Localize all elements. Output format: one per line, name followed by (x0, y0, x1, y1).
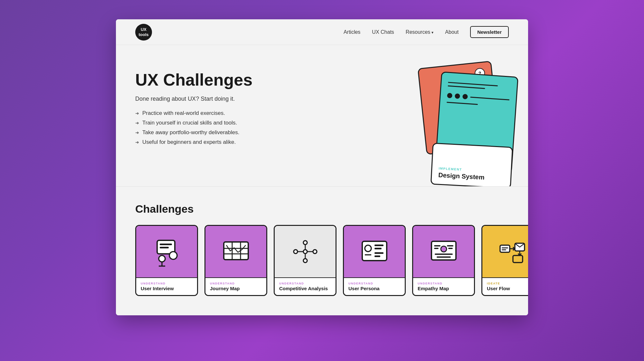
card-info-empathy-map: UNDERSTAND Empathy Map (413, 277, 474, 295)
arrow-icon-2: ➜ (135, 120, 139, 125)
card-category-empathy-map: UNDERSTAND (418, 282, 469, 285)
card-illustration-journey-map (205, 226, 266, 277)
nav-articles[interactable]: Articles (344, 29, 360, 35)
challenges-section: Challenges UNDERSTAND (116, 187, 528, 315)
svg-rect-36 (500, 245, 510, 252)
card-user-persona[interactable]: UNDERSTAND User Persona (343, 225, 406, 296)
challenges-title: Challenges (135, 203, 509, 215)
svg-rect-33 (448, 248, 453, 249)
user-interview-icon (151, 236, 183, 268)
arrow-icon-1: ➜ (135, 111, 139, 116)
svg-point-15 (303, 241, 307, 245)
logo-line1: UX (141, 27, 147, 32)
hero-section: UX Challenges Done reading about UX? Sta… (116, 45, 528, 187)
svg-rect-25 (374, 248, 382, 249)
svg-rect-31 (434, 248, 439, 249)
hero-bullet-2: ➜ Train yourself in crucial skills and t… (135, 120, 252, 126)
hero-text: UX Challenges Done reading about UX? Sta… (135, 64, 252, 145)
card-user-flow[interactable]: IDEATE User Flow (481, 225, 528, 296)
chevron-down-icon (431, 29, 433, 35)
card-illustration-user-interview (136, 226, 197, 277)
card-journey-map[interactable]: UNDERSTAND Journey Map (204, 225, 267, 296)
card-illustration-empathy-map (413, 226, 474, 277)
nav-resources[interactable]: Resources (406, 29, 433, 35)
svg-rect-34 (435, 254, 453, 255)
card-category-user-flow: IDEATE (487, 282, 528, 285)
hero-illustration: ? 👍 (406, 51, 515, 187)
svg-rect-26 (374, 252, 384, 254)
svg-point-4 (159, 255, 165, 262)
card-user-interview[interactable]: UNDERSTAND User Interview (135, 225, 198, 296)
card-illustration-competitive-analysis (275, 226, 336, 277)
page-wrapper: UX tools Articles UX Chats Resources Abo… (116, 19, 528, 315)
navbar: UX tools Articles UX Chats Resources Abo… (116, 19, 528, 45)
card-name-user-persona: User Persona (348, 286, 400, 291)
svg-point-14 (313, 250, 317, 254)
hero-subtitle: Done reading about UX? Start doing it. (135, 96, 252, 102)
card-info-competitive-analysis: UNDERSTAND Competitive Analysis (275, 277, 336, 295)
svg-rect-37 (502, 247, 508, 248)
card-category-user-interview: UNDERSTAND (141, 282, 193, 285)
svg-rect-24 (374, 245, 384, 246)
card-info-user-flow: IDEATE User Flow (482, 277, 528, 295)
card-info-user-persona: UNDERSTAND User Persona (344, 277, 405, 295)
card-name-competitive-analysis: Competitive Analysis (279, 286, 331, 291)
svg-rect-35 (437, 256, 451, 258)
svg-point-3 (169, 252, 177, 259)
svg-rect-27 (374, 255, 380, 257)
user-persona-icon (358, 236, 391, 268)
hero-bullet-3: ➜ Take away portfolio-worthy deliverable… (135, 129, 252, 136)
card-info-journey-map: UNDERSTAND Journey Map (205, 277, 266, 295)
card-name-user-flow: User Flow (487, 286, 528, 291)
card-category-journey-map: UNDERSTAND (210, 282, 262, 285)
user-flow-icon (497, 236, 528, 268)
hero-title: UX Challenges (135, 71, 252, 89)
hero-bullet-4: ➜ Useful for beginners and experts alike… (135, 139, 252, 145)
card-competitive-analysis[interactable]: UNDERSTAND Competitive Analysis (274, 225, 336, 296)
svg-point-16 (303, 259, 307, 263)
svg-point-12 (303, 250, 307, 254)
hero-bullet-list: ➜ Practice with real-world exercises. ➜ … (135, 110, 252, 145)
newsletter-button[interactable]: Newsletter (470, 26, 509, 38)
nav-ux-chats[interactable]: UX Chats (372, 29, 394, 35)
svg-rect-30 (434, 245, 440, 246)
card-name-empathy-map: Empathy Map (418, 286, 469, 291)
arrow-icon-3: ➜ (135, 130, 139, 135)
arrow-icon-4: ➜ (135, 140, 139, 145)
logo[interactable]: UX tools (135, 24, 152, 41)
card-info-user-interview: UNDERSTAND User Interview (136, 277, 197, 295)
svg-rect-2 (160, 247, 169, 248)
svg-rect-1 (160, 244, 172, 245)
card-empathy-map[interactable]: UNDERSTAND Empathy Map (412, 225, 475, 296)
card-name-journey-map: Journey Map (210, 286, 262, 291)
card-illustration-user-persona (344, 226, 405, 277)
journey-map-icon (220, 236, 252, 268)
card-name-user-interview: User Interview (141, 286, 193, 291)
svg-point-13 (294, 250, 298, 254)
card-category-competitive-analysis: UNDERSTAND (279, 282, 331, 285)
logo-line2: tools (138, 32, 148, 37)
hero-bullet-1: ➜ Practice with real-world exercises. (135, 110, 252, 116)
challenge-cards-grid: UNDERSTAND User Interview (135, 225, 509, 296)
competitive-analysis-icon (289, 236, 321, 268)
svg-rect-7 (224, 242, 248, 260)
svg-rect-42 (513, 255, 523, 263)
nav-links: Articles UX Chats Resources About Newsle… (344, 26, 509, 38)
svg-point-29 (441, 246, 447, 252)
illustration-card-bottom: IMPLEMENT Design System (431, 143, 513, 187)
svg-rect-38 (502, 249, 506, 250)
nav-about[interactable]: About (445, 29, 459, 35)
card-category-user-persona: UNDERSTAND (348, 282, 400, 285)
empathy-map-icon (428, 236, 460, 268)
card-illustration-user-flow (482, 226, 528, 277)
svg-rect-32 (447, 245, 453, 246)
